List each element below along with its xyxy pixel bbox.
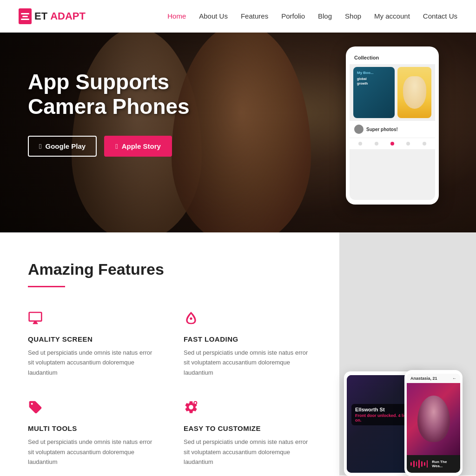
- multi-tools-desc: Sed ut perspiciatis unde omnis iste natu…: [28, 437, 156, 467]
- features-section: Amazing Features QUALITY SCREEN Sed ut p…: [0, 232, 339, 476]
- main-layout: Amazing Features QUALITY SCREEN Sed ut p…: [0, 232, 476, 476]
- phone-caption-text: Super photos!: [366, 127, 398, 132]
- section-underline: [28, 286, 65, 287]
- music-bar-2: [413, 461, 415, 467]
- hero-title: App Supports Camera Phones: [28, 70, 205, 119]
- feature-quality-screen: QUALITY SCREEN Sed ut perspiciatis unde …: [28, 311, 156, 377]
- phone-mockup-2: Anastasia, 21 ← Run The Wea: [404, 370, 463, 476]
- nav-portfolio[interactable]: Porfolio: [281, 12, 305, 20]
- phone-frame-2: Anastasia, 21 ← Run The Wea: [404, 370, 463, 476]
- hero-section: App Supports Camera Phones  Google Play…: [0, 33, 476, 232]
- feature-fast-loading: FAST LOADING Sed ut perspiciatis unde om…: [184, 311, 311, 377]
- navbar: ET ADAPT Home About Us Features Porfolio…: [0, 0, 476, 33]
- hero-buttons:  Google Play  Apple Story: [28, 136, 205, 157]
- music-text: Run The Wea...: [432, 460, 456, 468]
- music-bar-4: [418, 460, 420, 468]
- logo[interactable]: ET ADAPT: [19, 8, 86, 24]
- quality-screen-title: QUALITY SCREEN: [28, 335, 156, 343]
- google-play-button[interactable]:  Google Play: [28, 136, 97, 157]
- nav-dot-2: [375, 142, 378, 145]
- nav-dot-4: [406, 142, 410, 145]
- music-bar-6: [424, 462, 425, 466]
- phone-cards: My Boo... globalgrowth: [350, 64, 435, 121]
- phone-2-photo: [407, 383, 460, 455]
- svg-point-1: [194, 402, 196, 404]
- feature-multi-tools: MULTI TOOLS Sed ut perspiciatis unde omn…: [28, 400, 156, 467]
- features-title: Amazing Features: [28, 260, 311, 278]
- phone-avatar: [354, 125, 364, 134]
- phone-2-music: Run The Wea...: [407, 455, 460, 473]
- phone-nav-bar: [350, 138, 435, 149]
- nav-dot-1: [358, 142, 362, 145]
- google-play-label: Google Play: [45, 142, 86, 150]
- music-bar-7: [427, 460, 428, 468]
- apple-icon: : [115, 142, 118, 150]
- profile-photo-face: [417, 396, 450, 442]
- quality-screen-desc: Sed ut perspiciatis unde omnis iste natu…: [28, 348, 156, 377]
- nav-dot-5: [423, 142, 426, 145]
- nav-contact[interactable]: Contact Us: [423, 12, 457, 20]
- apple-story-label: Apple Story: [122, 142, 161, 150]
- apple-story-button[interactable]:  Apple Story: [104, 136, 172, 157]
- fast-loading-desc: Sed ut perspiciatis unde omnis iste natu…: [184, 348, 311, 377]
- logo-icon: [19, 8, 32, 24]
- logo-et: ET: [34, 10, 47, 22]
- nav-home[interactable]: Home: [167, 12, 186, 20]
- monitor-icon: [28, 311, 156, 329]
- card-blue: My Boo... globalgrowth: [353, 67, 395, 118]
- gear-icon: [184, 400, 311, 418]
- right-panel: Ellsworth St Front door unlocked. 4 ligh…: [339, 232, 476, 476]
- music-bar-1: [410, 462, 412, 466]
- rocket-icon: [184, 311, 311, 329]
- phone-caption: Super photos!: [350, 121, 435, 138]
- music-bar-5: [421, 461, 423, 467]
- features-grid: QUALITY SCREEN Sed ut perspiciatis unde …: [28, 311, 311, 467]
- easy-customize-desc: Sed ut perspiciatis unde omnis iste natu…: [184, 437, 311, 467]
- collection-label: Collection: [350, 51, 435, 64]
- nav-blog[interactable]: Blog: [318, 12, 332, 20]
- nav-shop[interactable]: Shop: [345, 12, 361, 20]
- music-bar-3: [416, 462, 417, 466]
- feature-easy-customize: EASY TO CUSTOMIZE Sed ut perspiciatis un…: [184, 400, 311, 467]
- nav-account[interactable]: My account: [374, 12, 410, 20]
- tag-icon: [28, 400, 156, 418]
- card-yellow: [397, 67, 431, 118]
- nav-features[interactable]: Features: [241, 12, 268, 20]
- easy-customize-title: EASY TO CUSTOMIZE: [184, 424, 311, 432]
- fast-loading-title: FAST LOADING: [184, 335, 311, 343]
- nav-about[interactable]: About Us: [199, 12, 228, 20]
- phone-2-name: Anastasia, 21: [410, 376, 437, 381]
- multi-tools-title: MULTI TOOLS: [28, 424, 156, 432]
- hero-phone-mockup: Collection My Boo... globalgrowth Super …: [346, 46, 439, 205]
- hero-content: App Supports Camera Phones  Google Play…: [0, 33, 232, 194]
- logo-adapt: ADAPT: [50, 10, 86, 22]
- nav-dot-3: [390, 142, 394, 145]
- phone-screen: Collection My Boo... globalgrowth Super …: [350, 51, 435, 200]
- android-icon: : [39, 142, 41, 150]
- phone-2-top: Anastasia, 21 ←: [407, 374, 460, 383]
- phone-frame: Collection My Boo... globalgrowth Super …: [346, 46, 439, 205]
- nav-links: Home About Us Features Porfolio Blog Sho…: [167, 12, 457, 20]
- back-arrow: ←: [452, 376, 456, 381]
